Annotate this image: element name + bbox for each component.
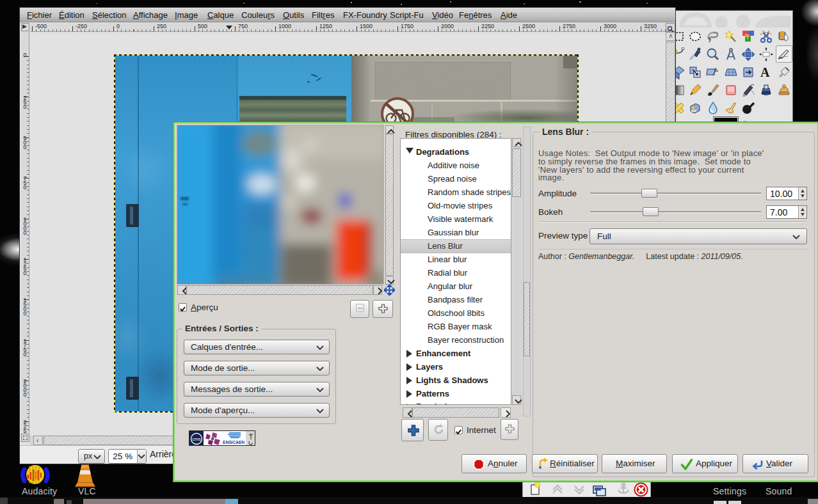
svg-text:A: A <box>760 65 770 79</box>
svg-text:cnrs: cnrs <box>193 437 202 441</box>
svg-text:ENSICAEN: ENSICAEN <box>223 440 245 445</box>
